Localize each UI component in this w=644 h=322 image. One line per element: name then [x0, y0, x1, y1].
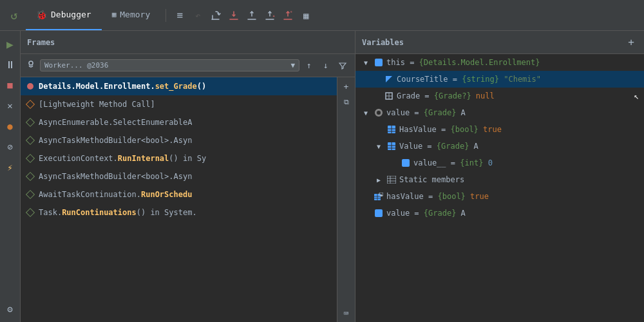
var-item-hasvalue[interactable]: HasValue = {bool} true	[355, 121, 644, 138]
var-item-hasvalue-lower[interactable]: hasValue = {bool} true	[355, 188, 644, 205]
frame-item[interactable]: AwaitTaskContinuation.RunOrSchedu	[21, 185, 337, 204]
warning-icon[interactable]: ⚡	[3, 160, 18, 175]
frames-list: Details.Model.Enrollment.set_Grade() [Li…	[21, 77, 337, 322]
add-variable-btn[interactable]: +	[625, 36, 638, 49]
memory-tab-label: Memory	[120, 10, 150, 19]
settings-icon[interactable]: ⚙	[3, 301, 18, 317]
stop-icon[interactable]: ■	[3, 77, 18, 93]
frame-icon-diamond	[26, 99, 35, 108]
expand-this[interactable]: ▼	[361, 57, 371, 68]
icon-value__	[401, 158, 411, 168]
expand-value__	[388, 158, 398, 168]
var-text-hasvalue-lower: hasValue = {bool} true	[386, 192, 639, 201]
icon-grade	[384, 91, 394, 101]
var-item-value__[interactable]: value__ = {int} 0	[355, 155, 644, 171]
toolbar-separator	[166, 9, 166, 22]
var-text-grade: Grade = {Grade?} null	[397, 91, 629, 100]
var-text-value__: value__ = {int} 0	[413, 158, 639, 167]
frames-down-btn[interactable]: ↓	[319, 59, 333, 73]
var-item-grade[interactable]: Grade = {Grade?} null ↖	[355, 88, 644, 104]
frame-item[interactable]: AsyncEnumerable.SelectEnumerableA	[21, 113, 337, 131]
cursor-icon: ↖	[634, 91, 639, 101]
frames-header: Frames	[21, 31, 355, 54]
grid-icon[interactable]: ▦	[298, 7, 314, 24]
frame-icon-diamond-grey	[26, 171, 35, 180]
var-item-value-grade[interactable]: ▼ Value = {Grade} A	[355, 138, 644, 155]
frame-item[interactable]: Details.Model.Enrollment.set_Grade()	[21, 77, 337, 95]
menu-icon[interactable]: ≡	[171, 7, 188, 24]
var-text-value: value = {Grade} A	[386, 108, 639, 117]
svg-text:*: *	[290, 10, 292, 15]
frame-item[interactable]: AsyncTaskMethodBuilder<bool>.Asyn	[21, 131, 337, 149]
run-to-cursor-icon[interactable]: ✦	[261, 7, 278, 24]
expand-hasvalue-lower	[361, 191, 371, 202]
mute-icon[interactable]: ⊘	[3, 139, 18, 155]
var-text-value-grade: Value = {Grade} A	[399, 142, 639, 151]
icon-static	[386, 175, 397, 185]
debugger-tab-icon: 🐞	[36, 10, 47, 20]
frame-item[interactable]: Task.RunContinuations() in System.	[21, 204, 337, 222]
var-text-this: this = {Details.Model.Enrollment}	[386, 58, 639, 67]
frame-text: AsyncEnumerable.SelectEnumerableA	[39, 118, 192, 127]
step-into-icon[interactable]	[225, 7, 242, 24]
frames-up-btn[interactable]: ↑	[302, 59, 316, 73]
frames-title: Frames	[27, 38, 55, 47]
frame-item[interactable]: ExecutionContext.RunInternal() in Sy	[21, 149, 337, 167]
var-item-static[interactable]: ▶ Static members	[355, 171, 644, 188]
icon-coursetitle	[384, 74, 394, 84]
var-item-coursetitle[interactable]: CourseTitle = {string} "Chemis"	[355, 71, 644, 88]
variables-header: Variables +	[355, 31, 644, 54]
frames-panel: Frames Worker... @2036 ▼ ↑ ↓	[21, 31, 355, 322]
thread-dropdown[interactable]: Worker... @2036 ▼	[40, 59, 299, 71]
evaluate-icon[interactable]: *	[279, 7, 296, 24]
expand-hasvalue	[374, 124, 384, 135]
svg-rect-24	[387, 176, 396, 184]
var-text-value-bottom: value = {Grade} A	[386, 209, 639, 218]
frame-icon-diamond-grey	[26, 153, 35, 162]
frame-icon-diamond-grey	[26, 207, 35, 216]
frame-icon-diamond-grey	[26, 135, 35, 144]
step-over-icon[interactable]	[207, 7, 224, 24]
resume-icon[interactable]: ▶	[3, 36, 18, 52]
tab-memory[interactable]: ▦ Memory	[102, 0, 161, 30]
side-icons: ▶ ⏸ ■ ✕ ● ⊘ ⚡ ⚙	[0, 31, 21, 322]
icon-hasvalue	[386, 124, 397, 135]
icon-hasvalue-lower	[374, 191, 384, 202]
frame-text: AwaitTaskContinuation.RunOrSchedu	[39, 190, 192, 199]
memory-tab-icon: ▦	[112, 10, 117, 19]
expand-value[interactable]: ▼	[361, 108, 371, 118]
frame-item[interactable]: AsyncTaskMethodBuilder<bool>.Asyn	[21, 167, 337, 185]
variables-title: Variables	[362, 38, 404, 47]
add-watch-btn[interactable]: +	[340, 80, 353, 93]
var-item-value[interactable]: ▼ value = {Grade} A	[355, 104, 644, 121]
expand-value-grade[interactable]: ▼	[374, 141, 384, 151]
pause-icon[interactable]: ⏸	[3, 57, 18, 72]
var-text-coursetitle: CourseTitle = {string} "Chemis"	[397, 75, 639, 84]
expand-coursetitle	[371, 74, 381, 84]
rerun-icon[interactable]: ↶	[189, 7, 206, 24]
var-item-value-bottom[interactable]: value = {Grade} A	[355, 205, 644, 222]
frames-filter-btn[interactable]	[336, 59, 350, 73]
var-item-this[interactable]: ▼ this = {Details.Model.Enrollment}	[355, 54, 644, 71]
svg-rect-33	[381, 194, 383, 196]
expand-value-bottom	[361, 208, 371, 218]
svg-point-12	[29, 61, 33, 65]
variables-list: ▼ this = {Details.Model.Enrollment}	[355, 54, 644, 322]
step-out-icon[interactable]	[243, 7, 260, 24]
terminal-btn[interactable]: ⌨	[340, 307, 353, 319]
var-text-hasvalue: HasValue = {bool} true	[399, 125, 639, 134]
copy-btn[interactable]: ⧉	[340, 95, 353, 108]
frame-item[interactable]: [Lightweight Method Call]	[21, 95, 337, 113]
frame-icon-red	[27, 83, 33, 90]
expand-static[interactable]: ▶	[374, 175, 384, 185]
main-toolbar: ↺ 🐞 Debugger ▦ Memory ≡ ↶	[0, 0, 644, 31]
refresh-icon[interactable]: ↺	[5, 6, 23, 24]
breakpoint-icon[interactable]: ●	[3, 118, 18, 134]
frames-side-buttons: + ⧉ ⌨	[337, 77, 355, 322]
frame-text: Details.Model.Enrollment.set_Grade()	[39, 82, 206, 91]
tab-debugger[interactable]: 🐞 Debugger	[26, 0, 102, 30]
disconnect-icon[interactable]: ✕	[3, 98, 18, 113]
thread-dropdown-label: Worker... @2036	[44, 61, 108, 70]
icon-this	[374, 57, 384, 68]
toolbar-actions: ≡ ↶	[171, 7, 314, 24]
